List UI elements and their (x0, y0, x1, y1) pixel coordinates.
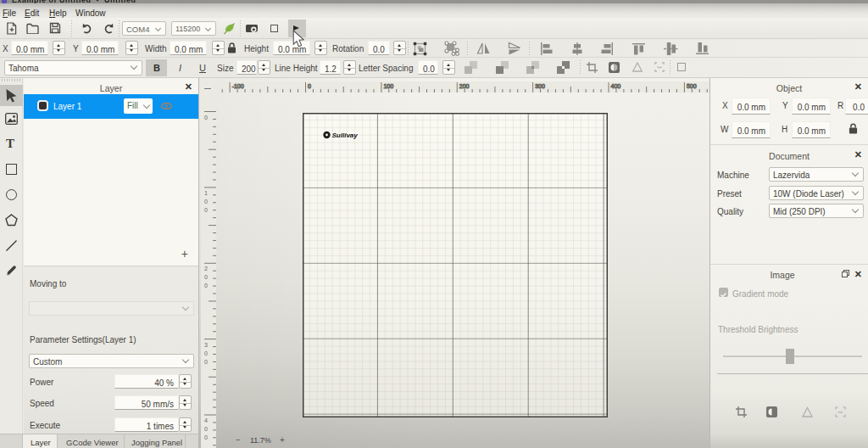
svg-text:Sullivay: Sullivay (332, 132, 359, 139)
svg-text:1: 1 (204, 190, 208, 196)
svg-text:0: 0 (204, 434, 208, 440)
svg-text:300: 300 (535, 83, 545, 89)
svg-text:0: 0 (204, 115, 208, 120)
svg-text:3: 3 (204, 342, 208, 348)
svg-text:0: 0 (204, 426, 208, 432)
svg-text:0: 0 (204, 207, 208, 213)
svg-text:2: 2 (204, 266, 208, 272)
svg-text:4: 4 (204, 417, 208, 423)
svg-text:0: 0 (308, 83, 311, 89)
svg-text:0: 0 (204, 283, 208, 288)
svg-text:400: 400 (611, 83, 621, 89)
svg-text:0: 0 (204, 274, 208, 280)
svg-text:200: 200 (459, 83, 470, 89)
svg-text:-100: -100 (232, 83, 244, 89)
svg-text:0: 0 (204, 199, 208, 204)
svg-text:100: 100 (383, 83, 393, 89)
svg-text:0: 0 (204, 350, 208, 356)
svg-text:0: 0 (204, 359, 208, 365)
svg-text:500: 500 (687, 83, 697, 89)
